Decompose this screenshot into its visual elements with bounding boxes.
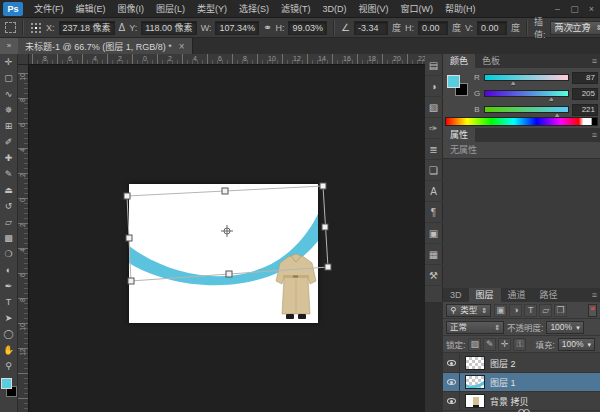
history-panel-icon[interactable]: ▤ bbox=[425, 55, 443, 76]
coat-image[interactable] bbox=[276, 254, 316, 319]
lock-all-icon[interactable]: ⚿ bbox=[513, 338, 526, 351]
blur-tool[interactable]: ❍ bbox=[0, 246, 18, 262]
filter-type-icon[interactable]: T bbox=[524, 304, 537, 317]
toolbar-collapse-button[interactable]: » bbox=[0, 38, 18, 54]
tab-properties[interactable]: 属性 bbox=[443, 128, 475, 142]
close-button[interactable]: × bbox=[583, 0, 600, 18]
foreground-color-swatch[interactable] bbox=[1, 378, 12, 389]
opacity-dropdown[interactable]: 100% ▾ bbox=[546, 321, 583, 334]
channel-value-B[interactable]: 221 bbox=[572, 104, 598, 116]
lock-transparency-icon[interactable]: ▨ bbox=[468, 338, 481, 351]
menu-item-2[interactable]: 图像(I) bbox=[112, 0, 151, 18]
filter-adjustment-icon[interactable]: ◑ bbox=[509, 304, 522, 317]
channel-value-R[interactable]: 87 bbox=[572, 72, 598, 84]
tab-图层[interactable]: 图层 bbox=[469, 288, 501, 302]
reference-point-locator[interactable] bbox=[30, 22, 42, 34]
zoom-tool[interactable]: ⚲ bbox=[0, 358, 18, 374]
channel-slider-R[interactable] bbox=[484, 74, 569, 81]
layer-row-2[interactable]: 图层 1 bbox=[443, 373, 600, 392]
horizontal-ruler[interactable]: 86420246810121416182022 bbox=[29, 54, 425, 65]
pen-tool[interactable]: ✒ bbox=[0, 278, 18, 294]
tab-色板[interactable]: 色板 bbox=[475, 54, 507, 68]
eyedropper-tool[interactable]: ✐ bbox=[0, 134, 18, 150]
path-selection-tool[interactable]: ➤ bbox=[0, 310, 18, 326]
v-skew-field[interactable]: 0.00 bbox=[477, 21, 507, 35]
fill-dropdown[interactable]: 100% ▾ bbox=[558, 338, 595, 351]
marquee-tool[interactable]: ▢ bbox=[0, 70, 18, 86]
styles-panel-icon[interactable]: ▧ bbox=[425, 97, 443, 118]
transform-handle-middle-right[interactable] bbox=[322, 224, 328, 230]
tab-通道[interactable]: 通道 bbox=[501, 288, 533, 302]
measure-log-panel-icon[interactable]: ⚒ bbox=[425, 265, 443, 286]
lock-pixels-icon[interactable]: ✎ bbox=[483, 338, 496, 351]
channel-slider-G[interactable] bbox=[484, 90, 569, 97]
layer-visibility-well[interactable] bbox=[443, 373, 460, 391]
height-field[interactable]: 99.03% bbox=[288, 21, 327, 35]
maximize-button[interactable]: ▢ bbox=[566, 0, 583, 18]
filter-shape-icon[interactable]: ▱ bbox=[539, 304, 552, 317]
brush-panel-icon[interactable]: ✑ bbox=[425, 118, 443, 139]
menu-item-1[interactable]: 编辑(E) bbox=[70, 0, 112, 18]
info-panel-icon[interactable]: ▣ bbox=[425, 223, 443, 244]
crop-tool[interactable]: ⊞ bbox=[0, 118, 18, 134]
tab-close-icon[interactable]: × bbox=[179, 41, 185, 52]
layer-row-1[interactable]: 图层 2 bbox=[443, 354, 600, 373]
document-canvas[interactable] bbox=[129, 184, 318, 323]
warp-mode-icon[interactable]: ⌗ bbox=[569, 21, 575, 33]
eye-icon[interactable] bbox=[447, 379, 456, 385]
healing-brush-tool[interactable]: ✚ bbox=[0, 150, 18, 166]
clone-stamp-tool[interactable]: ⏏ bbox=[0, 182, 18, 198]
link-dimensions-icon[interactable]: ⚭ bbox=[263, 22, 271, 33]
color-panel-menu-icon[interactable]: ≡ bbox=[592, 56, 597, 66]
filter-smart-object-icon[interactable]: ❐ bbox=[554, 304, 567, 317]
menu-item-6[interactable]: 滤镜(T) bbox=[275, 0, 317, 18]
shape-tool[interactable]: ◯ bbox=[0, 326, 18, 342]
tab-颜色[interactable]: 颜色 bbox=[443, 54, 475, 68]
width-field[interactable]: 107.34% bbox=[215, 21, 259, 35]
histogram-panel-icon[interactable]: ▦ bbox=[425, 244, 443, 265]
layer-visibility-well[interactable] bbox=[443, 392, 460, 410]
properties-panel-menu-icon[interactable]: ≡ bbox=[592, 130, 597, 140]
eye-icon[interactable] bbox=[447, 398, 456, 404]
tab-3D[interactable]: 3D bbox=[443, 288, 469, 302]
x-position-field[interactable]: 237.18 像素 bbox=[59, 21, 115, 35]
channel-slider-B[interactable] bbox=[484, 106, 569, 113]
channel-value-G[interactable]: 205 bbox=[572, 88, 598, 100]
layer-filter-toggle[interactable] bbox=[588, 304, 597, 317]
tab-路径[interactable]: 路径 bbox=[533, 288, 565, 302]
character-panel-icon[interactable]: A bbox=[425, 181, 443, 202]
vertical-ruler[interactable]: 108642024681012 bbox=[18, 65, 29, 412]
move-tool[interactable]: ✛ bbox=[0, 54, 18, 70]
h-skew-field[interactable]: 0.00 bbox=[418, 21, 448, 35]
lasso-tool[interactable]: ∿ bbox=[0, 86, 18, 102]
hand-tool[interactable]: ✋ bbox=[0, 342, 18, 358]
relative-position-icon[interactable]: Δ bbox=[119, 22, 126, 33]
brush-tool[interactable]: ✎ bbox=[0, 166, 18, 182]
type-tool[interactable]: T bbox=[0, 294, 18, 310]
quick-selection-tool[interactable]: ✵ bbox=[0, 102, 18, 118]
angle-field[interactable]: -3.34 bbox=[354, 21, 388, 35]
layer-comps-panel-icon[interactable]: ❏ bbox=[425, 160, 443, 181]
menu-item-5[interactable]: 选择(S) bbox=[233, 0, 275, 18]
transform-handle-top-right[interactable] bbox=[320, 183, 326, 189]
adjustments-panel-icon[interactable]: ◑ bbox=[425, 76, 443, 97]
menu-item-9[interactable]: 窗口(W) bbox=[395, 0, 440, 18]
menu-item-0[interactable]: 文件(F) bbox=[28, 0, 70, 18]
layers-panel-menu-icon[interactable]: ≡ bbox=[592, 290, 597, 300]
blend-mode-dropdown[interactable]: 正常 ⇕ bbox=[446, 321, 504, 334]
eye-icon[interactable] bbox=[447, 360, 456, 366]
layer-visibility-well[interactable] bbox=[443, 354, 460, 372]
cancel-transform-icon[interactable]: ⊘ bbox=[582, 21, 590, 33]
lock-position-icon[interactable]: ✛ bbox=[498, 338, 511, 351]
menu-item-10[interactable]: 帮助(H) bbox=[439, 0, 482, 18]
color-spectrum-bar[interactable] bbox=[445, 117, 598, 126]
editor-area[interactable]: 86420246810121416182022 108642024681012 bbox=[18, 54, 425, 412]
menu-item-8[interactable]: 视图(V) bbox=[353, 0, 395, 18]
paragraph-panel-icon[interactable]: ¶ bbox=[425, 202, 443, 223]
y-position-field[interactable]: 118.00 像素 bbox=[141, 21, 196, 35]
menu-item-4[interactable]: 类型(Y) bbox=[191, 0, 233, 18]
minimize-button[interactable]: – bbox=[549, 0, 566, 18]
gradient-tool[interactable]: ▩ bbox=[0, 230, 18, 246]
layer-filter-dropdown[interactable]: ⚲ 类型 ⇕ bbox=[446, 304, 491, 317]
menu-item-3[interactable]: 图层(L) bbox=[150, 0, 191, 18]
